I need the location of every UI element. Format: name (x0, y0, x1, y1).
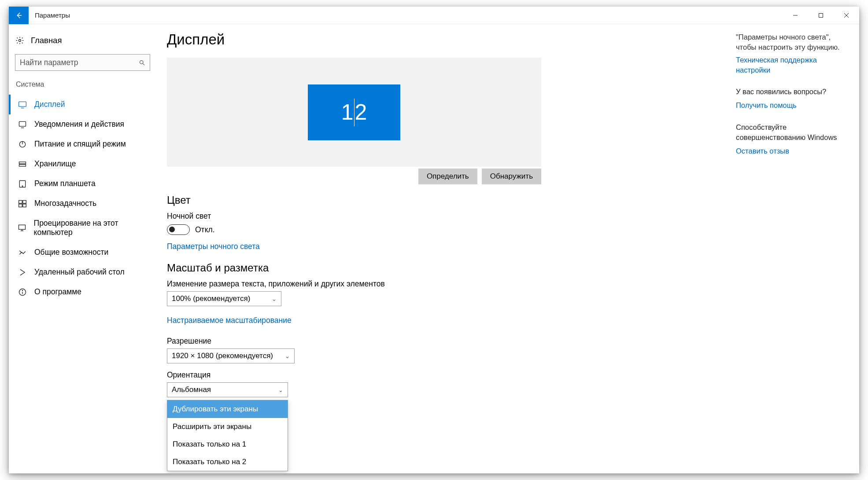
detect-button[interactable]: Обнаружить (482, 169, 541, 184)
page-title: Дисплей (167, 31, 723, 48)
storage-icon (18, 160, 27, 169)
identify-button[interactable]: Определить (418, 169, 477, 184)
sidebar-item-label: О программе (34, 287, 81, 297)
leave-feedback-link[interactable]: Оставить отзыв (736, 146, 846, 156)
svg-point-15 (22, 186, 23, 187)
close-button[interactable] (834, 7, 859, 24)
title-bar: Параметры (9, 7, 859, 24)
sidebar: Главная Найти параметр Система Дисплей (9, 24, 156, 473)
remote-icon (18, 268, 27, 277)
dropdown-option[interactable]: Дублировать эти экраны (167, 400, 288, 418)
night-light-state: Откл. (195, 225, 215, 235)
sidebar-item-tablet[interactable]: Режим планшета (9, 174, 156, 194)
chevron-down-icon: ⌄ (272, 296, 277, 302)
resolution-value: 1920 × 1080 (рекомендуется) (172, 352, 273, 360)
color-section-title: Цвет (167, 194, 723, 206)
monitor-number-1: 1 (341, 99, 354, 125)
monitor-preview-area: 12 (167, 58, 541, 167)
svg-rect-13 (19, 164, 26, 166)
sidebar-item-multitasking[interactable]: Многозадачность (9, 194, 156, 213)
sidebar-section-heading: Система (9, 81, 156, 95)
get-help-link[interactable]: Получить помощь (736, 100, 846, 110)
dropdown-option[interactable]: Расширить эти экраны (167, 418, 288, 436)
help-text: "Параметры ночного света", чтобы настрои… (736, 32, 846, 52)
svg-line-6 (143, 63, 144, 65)
sidebar-item-remote[interactable]: Удаленный рабочий стол (9, 262, 156, 282)
orientation-field: Ориентация Альбомная ⌄ Дублировать эти э… (167, 370, 723, 471)
sidebar-item-label: Питание и спящий режим (34, 139, 126, 149)
resolution-field: Разрешение 1920 × 1080 (рекомендуется) ⌄ (167, 337, 723, 363)
svg-rect-9 (19, 121, 26, 126)
notifications-icon (18, 120, 27, 129)
dropdown-option[interactable]: Показать только на 1 (167, 436, 288, 453)
monitor-buttons-row: Определить Обнаружить (167, 169, 541, 184)
sidebar-item-about[interactable]: О программе (9, 282, 156, 302)
svg-rect-12 (19, 162, 26, 164)
window-controls (783, 7, 859, 24)
home-button[interactable]: Главная (9, 32, 156, 49)
window-body: Главная Найти параметр Система Дисплей (9, 24, 859, 473)
night-light-toggle[interactable] (167, 224, 190, 235)
gear-icon (15, 36, 25, 45)
dropdown-option[interactable]: Показать только на 2 (167, 453, 288, 471)
custom-scaling-link[interactable]: Настраиваемое масштабирование (167, 316, 292, 325)
sidebar-item-projecting[interactable]: Проецирование на этот компьютер (9, 213, 156, 242)
main-content: Дисплей 12 Определить Обнаружить Цвет Но… (156, 24, 736, 473)
minimize-button[interactable] (783, 7, 808, 24)
svg-point-5 (140, 60, 144, 64)
chevron-down-icon: ⌄ (285, 353, 290, 359)
scale-section-title: Масштаб и разметка (167, 262, 723, 274)
night-light-label: Ночной свет (167, 212, 723, 221)
multi-display-dropdown: Дублировать эти экраны Расширить эти экр… (167, 400, 288, 471)
svg-rect-16 (19, 200, 22, 203)
svg-point-23 (22, 290, 22, 290)
info-icon (18, 288, 27, 297)
home-label: Главная (31, 36, 62, 45)
orientation-select[interactable]: Альбомная ⌄ (167, 382, 288, 397)
sidebar-item-label: Общие возможности (34, 248, 108, 257)
monitor-number-2: 2 (355, 99, 367, 125)
search-icon (139, 59, 145, 66)
sidebar-item-shared[interactable]: Общие возможности (9, 242, 156, 262)
projecting-icon (18, 224, 27, 232)
power-icon (18, 140, 27, 149)
scale-value: 100% (рекомендуется) (172, 294, 250, 303)
monitor-preview[interactable]: 12 (308, 84, 400, 140)
svg-rect-7 (19, 102, 26, 106)
sidebar-item-label: Многозадачность (34, 199, 96, 208)
questions-heading: У вас появились вопросы? (736, 87, 846, 97)
svg-rect-20 (19, 225, 26, 229)
sidebar-item-label: Режим планшета (34, 179, 96, 188)
display-icon (18, 100, 27, 109)
scale-field: Изменение размера текста, приложений и д… (167, 279, 723, 306)
sidebar-item-label: Дисплей (34, 100, 65, 109)
sidebar-item-display[interactable]: Дисплей (9, 95, 156, 114)
maximize-button[interactable] (808, 7, 834, 24)
scale-label: Изменение размера текста, приложений и д… (167, 279, 723, 289)
svg-point-4 (19, 40, 21, 42)
back-button[interactable] (9, 7, 29, 24)
svg-rect-19 (23, 204, 26, 207)
search-input[interactable]: Найти параметр (15, 54, 150, 71)
sidebar-item-label: Проецирование на этот компьютер (34, 219, 151, 237)
resolution-label: Разрешение (167, 337, 723, 346)
chevron-down-icon: ⌄ (278, 387, 283, 393)
orientation-label: Ориентация (167, 370, 723, 380)
resolution-select[interactable]: 1920 × 1080 (рекомендуется) ⌄ (167, 348, 295, 363)
window-title: Параметры (29, 11, 70, 19)
scale-select[interactable]: 100% (рекомендуется) ⌄ (167, 291, 281, 306)
sidebar-item-label: Уведомления и действия (34, 120, 124, 129)
support-link[interactable]: Техническая поддержка настройки (736, 55, 846, 75)
sidebar-item-notifications[interactable]: Уведомления и действия (9, 114, 156, 134)
svg-rect-17 (23, 200, 26, 203)
sidebar-item-power[interactable]: Питание и спящий режим (9, 134, 156, 154)
sidebar-item-label: Хранилище (34, 159, 76, 169)
shared-icon (18, 248, 27, 257)
sidebar-item-storage[interactable]: Хранилище (9, 154, 156, 174)
svg-rect-18 (19, 204, 22, 207)
toggle-knob (169, 227, 175, 232)
sidebar-item-label: Удаленный рабочий стол (34, 267, 125, 277)
search-placeholder: Найти параметр (20, 58, 78, 67)
night-light-settings-link[interactable]: Параметры ночного света (167, 242, 260, 251)
svg-rect-1 (819, 13, 823, 17)
